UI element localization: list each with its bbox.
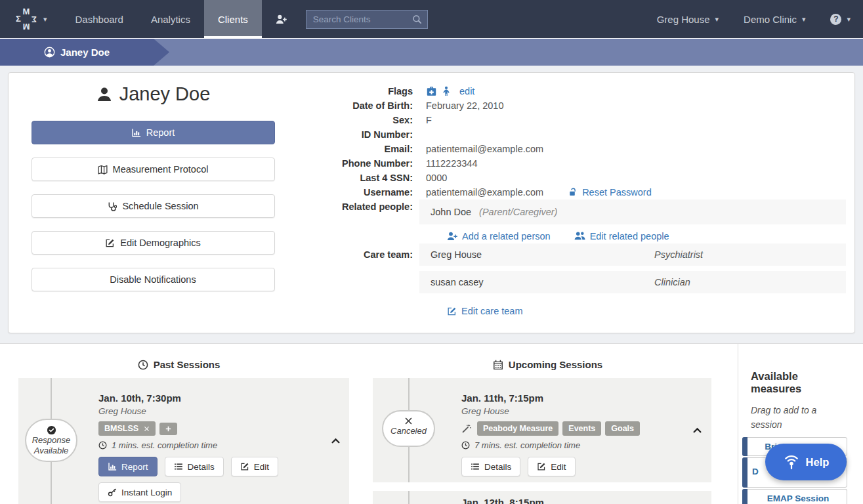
session-details-button[interactable]: Details [461,457,520,476]
detail-row: ID Number: [297,127,846,142]
detail-row-username: Username: patientemail@example.com Reset… [297,185,846,200]
measure-tag-label: BMSLSS [104,424,138,433]
app-logo-icon: MMΣΣ [16,8,37,30]
help-button[interactable]: Help [765,444,847,480]
clock-icon [138,360,148,370]
session-provider: Greg House [461,406,685,416]
schedule-session-button[interactable]: Schedule Session [32,194,275,218]
session-datetime: Jan. 10th, 7:30pm [98,392,323,404]
measure-tag[interactable]: Peabody Measure [477,421,558,436]
session-report-button[interactable]: Report [98,457,158,476]
session-edit-button[interactable]: Edit [528,457,575,476]
care-team-row[interactable]: susan casey Clinician [419,271,846,293]
map-icon [98,165,108,175]
disable-notifications-button[interactable]: Disable Notifications [32,268,275,291]
session-buttons: Details Edit [461,457,658,476]
user-menu[interactable]: Greg House ▾ [644,0,731,38]
edit-care-team-link[interactable]: Edit care team [447,306,523,316]
dob-label: Date of Birth: [297,98,413,113]
sex-label: Sex: [297,113,413,127]
nav-analytics[interactable]: Analytics [137,0,204,38]
detail-row: Phone Number: 1112223344 [297,156,846,171]
user-circle-icon [44,47,55,58]
measure-tag[interactable]: Events [562,421,601,436]
session-edit-label: Edit [254,462,269,472]
client-search-box[interactable] [306,10,428,29]
edit-flags-link[interactable]: edit [459,84,474,98]
page-title: Janey Doe [9,83,297,105]
help-menu[interactable]: ? ▾ [818,0,863,38]
add-related-person-label: Add a related person [462,231,551,242]
flags-label: Flags [297,84,413,98]
medkit-flag-icon[interactable] [426,86,437,97]
upcoming-sessions-timeline: Canceled Jan. 11th, 7:15pm Greg House Pe… [373,378,711,504]
detail-row: Last 4 SSN: 0000 [297,171,846,185]
session-edit-button[interactable]: Edit [231,457,278,476]
measure-tag[interactable]: Goals [605,421,640,436]
help-button-label: Help [806,456,830,469]
instant-login-button[interactable]: Instant Login [98,482,181,502]
ssn-value: 0000 [426,171,447,185]
add-measure-button[interactable] [159,423,177,435]
remove-measure-icon[interactable] [144,426,150,432]
email-value: patientemail@example.com [426,142,543,156]
session-est-time: 1 mins. est. completion time [98,440,323,450]
user-plus-icon [447,231,457,242]
clinic-menu[interactable]: Demo Clinic ▾ [731,0,818,38]
breadcrumb-client[interactable]: Janey Doe [0,39,169,66]
app-logo-menu[interactable]: MMΣΣ ▾ [0,0,62,38]
broadcast-help-icon [783,453,800,471]
profile-actions-column: Janey Doe Report Measurement Protocol Sc… [9,73,297,333]
question-circle-icon: ? [830,14,841,25]
related-person-row[interactable]: John Doe (Parent/Caregiver) [419,200,846,224]
edit-care-team-label: Edit care team [461,306,523,316]
stethoscope-icon [107,201,117,211]
id-number-label: ID Number: [297,127,413,142]
upcoming-session-block: Jan. 12th, 8:15pm [373,491,711,504]
detail-row-related: Related people: John Doe (Parent/Caregiv… [297,200,846,224]
magic-wand-icon[interactable] [461,423,472,434]
sex-value: F [426,113,432,127]
add-related-person-link[interactable]: Add a related person [447,230,551,242]
session-provider: Greg House [98,406,323,416]
navbar-spacer [428,0,644,38]
key-icon [108,488,117,497]
breadcrumb-bar: Janey Doe [0,38,863,66]
search-icon[interactable] [412,14,422,24]
measure-card[interactable]: EMAP Session Rating [742,489,847,504]
care-team-label: Care team: [297,243,413,266]
past-sessions-title: Past Sessions [154,359,221,370]
child-flag-icon[interactable] [441,86,452,96]
user-plus-icon [276,14,287,25]
session-datetime: Jan. 11th, 7:15pm [461,392,685,404]
report-button[interactable]: Report [32,121,275,144]
past-sessions-header: Past Sessions [0,359,358,370]
edit-demographics-button[interactable]: Edit Demographics [32,231,275,255]
reset-password-link[interactable]: Reset Password [568,185,652,200]
care-team-row[interactable]: Greg House Psychiatrist [419,243,846,266]
instant-login-label: Instant Login [121,488,172,497]
phone-value: 1112223344 [426,156,478,171]
user-menu-label: Greg House [657,14,710,25]
nav-clients[interactable]: Clients [204,0,262,38]
measure-tag[interactable]: BMSLSS [98,421,156,436]
clock-icon [98,441,107,450]
caret-down-icon: ▾ [847,15,851,24]
care-member-role: Psychiatrist [654,249,703,260]
session-details-button[interactable]: Details [165,457,224,476]
flags-value: edit [426,84,474,98]
nav-dashboard[interactable]: Dashboard [62,0,137,38]
measurement-protocol-button[interactable]: Measurement Protocol [32,158,275,181]
session-buttons: Report Details Edit Instant Login [98,457,295,502]
search-input[interactable] [313,14,412,24]
status-badge-label: Response Available [26,435,76,456]
detail-row-flags: Flags edit [297,84,846,98]
caret-down-icon: ▾ [802,15,806,24]
measure-tag-label: Peabody Measure [483,424,553,433]
breadcrumb-client-label: Janey Doe [60,47,110,58]
care-team-rows: Greg House Psychiatrist susan casey Clin… [419,243,846,299]
upcoming-sessions-column: Upcoming Sessions Canceled Jan. 11th, 7:… [358,344,738,504]
add-client-button[interactable] [262,0,301,38]
upcoming-sessions-header: Upcoming Sessions [358,359,738,370]
edit-related-people-link[interactable]: Edit related people [574,230,669,242]
